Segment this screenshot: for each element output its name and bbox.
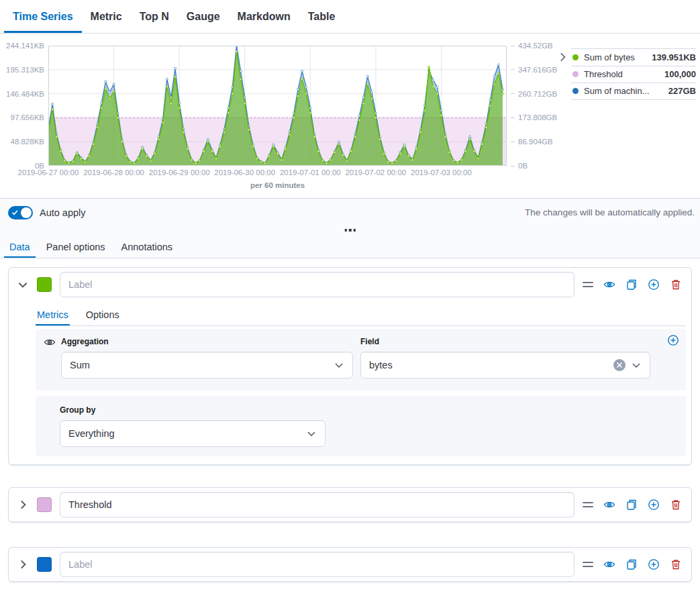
tab-time-series[interactable]: Time Series	[4, 0, 82, 33]
x-axis-title: per 60 minutes	[48, 181, 507, 189]
chart-legend: Sum of bytes 139.951KB Threshold 100,000…	[571, 48, 696, 198]
drag-handle-icon[interactable]	[583, 282, 593, 287]
chevron-down-icon	[631, 360, 642, 370]
chevron-down-icon	[306, 428, 317, 439]
tab-table[interactable]: Table	[299, 0, 344, 33]
timeseries-chart: 244.141KB195.313KB146.484KB97.656KB48.82…	[0, 34, 700, 199]
series-color-swatch[interactable]	[37, 557, 52, 572]
series-panel-2	[8, 487, 692, 522]
delete-series-trash-icon[interactable]	[670, 499, 682, 511]
clear-field-icon[interactable]	[613, 359, 626, 371]
toggle-series-visibility-eye-icon[interactable]	[603, 558, 615, 570]
clone-series-icon[interactable]	[626, 499, 638, 511]
group-by-select[interactable]: Everything	[60, 420, 326, 447]
legend-collapse-icon[interactable]	[555, 50, 570, 64]
toggle-series-visibility-eye-icon[interactable]	[603, 279, 615, 291]
clone-series-icon[interactable]	[626, 558, 638, 570]
series-panel-1: Metrics Options Aggregation Sum Field by…	[8, 267, 692, 465]
series-label-input[interactable]	[60, 492, 574, 517]
add-series-icon[interactable]	[648, 558, 660, 570]
metric-eye-icon	[44, 336, 56, 348]
x-axis-labels: 2019-06-27 00:002019-06-28 00:002019-06-…	[48, 168, 507, 179]
right-y-axis: 434.52GB347.616GB260.712GB173.808GB86.90…	[507, 46, 555, 166]
legend-item-sum-of-bytes[interactable]: Sum of bytes 139.951KB	[571, 48, 696, 66]
auto-apply-helper-text: The changes will be automatically applie…	[525, 207, 695, 217]
drag-handle-icon[interactable]	[583, 562, 593, 567]
aggregation-label: Aggregation	[61, 337, 353, 346]
tab-options[interactable]: Options	[85, 305, 121, 325]
series-panel-3	[8, 547, 692, 582]
legend-dot-blue	[572, 88, 579, 94]
field-combobox[interactable]: bytes	[360, 352, 650, 379]
visualization-type-tabs: Time Series Metric Top N Gauge Markdown …	[0, 0, 700, 34]
group-by-box: Group by Everything	[36, 396, 686, 456]
drag-handle-icon[interactable]	[583, 502, 593, 507]
series-label-input[interactable]	[60, 272, 574, 297]
tab-metric[interactable]: Metric	[82, 0, 131, 33]
tab-panel-options[interactable]: Panel options	[41, 236, 111, 258]
editor-controls: Auto apply The changes will be automatic…	[0, 199, 700, 258]
legend-item-threshold[interactable]: Threshold 100,000	[571, 66, 696, 83]
chevron-down-icon	[334, 360, 344, 370]
add-series-icon[interactable]	[648, 499, 660, 511]
series-inner-tabs: Metrics Options	[36, 305, 686, 326]
clone-series-icon[interactable]	[626, 279, 638, 291]
expand-series-icon[interactable]	[17, 558, 29, 570]
series-color-swatch[interactable]	[37, 497, 52, 512]
panel-resize-handle[interactable]	[342, 226, 358, 234]
aggregation-select[interactable]: Sum	[61, 352, 353, 379]
delete-series-trash-icon[interactable]	[670, 558, 682, 570]
tab-gauge[interactable]: Gauge	[178, 0, 229, 33]
toggle-knob	[21, 207, 32, 218]
collapse-series-icon[interactable]	[17, 279, 29, 291]
add-series-icon[interactable]	[648, 279, 660, 291]
series-color-swatch[interactable]	[37, 277, 52, 292]
legend-dot-lavender	[572, 71, 579, 77]
legend-dot-green	[572, 54, 579, 60]
editor-tabs: Data Panel options Annotations	[0, 236, 700, 258]
tab-metrics[interactable]: Metrics	[36, 305, 70, 325]
auto-apply-toggle[interactable]	[8, 206, 33, 219]
tab-markdown[interactable]: Markdown	[229, 0, 299, 33]
tab-data[interactable]: Data	[4, 236, 36, 258]
tab-top-n[interactable]: Top N	[131, 0, 178, 33]
tab-annotations[interactable]: Annotations	[116, 236, 179, 258]
series-label-input[interactable]	[60, 552, 574, 577]
aggregation-box: Aggregation Sum Field bytes	[36, 329, 686, 391]
group-by-label: Group by	[60, 405, 678, 415]
toggle-series-visibility-eye-icon[interactable]	[603, 499, 615, 511]
add-metric-icon[interactable]	[667, 334, 679, 346]
field-label: Field	[360, 337, 650, 346]
chart-plot-area[interactable]: 2019-06-27 00:002019-06-28 00:002019-06-…	[48, 46, 507, 198]
legend-item-sum-of-machine-ram[interactable]: Sum of machin... 227GB	[571, 83, 696, 100]
expand-series-icon[interactable]	[17, 499, 29, 511]
left-y-axis: 244.141KB195.313KB146.484KB97.656KB48.82…	[0, 46, 48, 166]
auto-apply-label: Auto apply	[40, 207, 86, 218]
delete-series-trash-icon[interactable]	[670, 279, 682, 291]
